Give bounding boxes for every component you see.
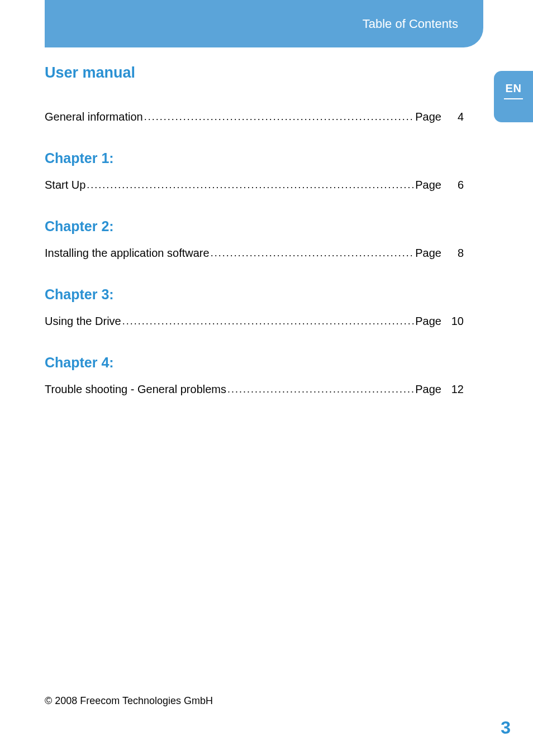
toc-page-num: 12 <box>441 383 464 396</box>
language-divider <box>504 98 523 99</box>
toc-page-word: Page <box>415 247 441 260</box>
chapter-title: Chapter 4: <box>45 355 464 371</box>
toc-label: Installing the application software <box>45 247 210 260</box>
chapter-title: Chapter 3: <box>45 286 464 303</box>
footer-copyright: © 2008 Freecom Technologies GmbH <box>45 695 213 707</box>
header-title: Table of Contents <box>363 17 458 31</box>
toc-label: Using the Drive <box>45 315 121 328</box>
toc-page-word: Page <box>415 315 441 328</box>
toc-page-num: 8 <box>441 247 464 260</box>
toc-row: General information Page 4 <box>45 111 464 123</box>
toc-page-num: 6 <box>441 179 464 192</box>
toc-page-word: Page <box>415 111 441 123</box>
language-tab: EN <box>494 71 533 122</box>
toc-label: Start Up <box>45 179 85 192</box>
toc-row: Using the Drive Page 10 <box>45 315 464 328</box>
main-title: User manual <box>45 64 464 82</box>
language-label: EN <box>506 82 522 95</box>
content-area: User manual General information Page 4 C… <box>45 64 464 398</box>
toc-row: Trouble shooting - General problems Page… <box>45 383 464 396</box>
toc-label: Trouble shooting - General problems <box>45 383 226 396</box>
toc-row: Start Up Page 6 <box>45 179 464 192</box>
toc-dots <box>227 384 414 395</box>
toc-dots <box>87 179 414 191</box>
toc-page-num: 4 <box>441 111 464 123</box>
toc-page-word: Page <box>415 383 441 396</box>
toc-dots <box>122 315 415 327</box>
chapter-title: Chapter 1: <box>45 150 464 166</box>
header-bar: Table of Contents <box>45 0 483 47</box>
toc-page-num: 10 <box>441 315 464 328</box>
toc-dots <box>211 247 415 259</box>
toc-label: General information <box>45 111 143 123</box>
toc-page-word: Page <box>415 179 441 192</box>
chapter-title: Chapter 2: <box>45 218 464 235</box>
toc-dots <box>144 111 415 123</box>
toc-row: Installing the application software Page… <box>45 247 464 260</box>
page-number: 3 <box>501 717 511 738</box>
